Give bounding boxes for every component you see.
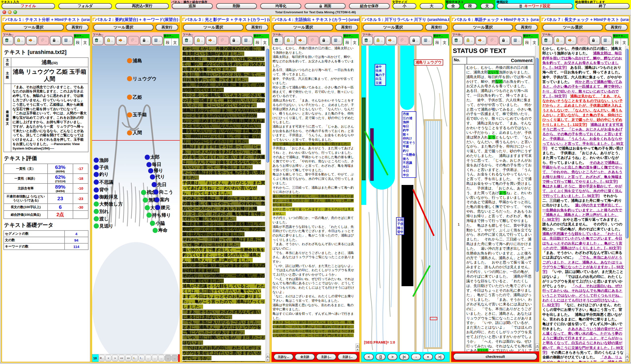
keyword-dot-item[interactable]: 向こう [153,189,173,195]
scroll-up-icon[interactable]: ▲ [625,354,629,358]
rerun-button[interactable]: 再実行 [245,24,268,30]
river-label[interactable]: 散々 [403,132,415,137]
shaded-sentence[interactable]: その代り、いつの間にか、一匹の亀が、舟のそばに来ていました。 [182,273,265,283]
lock-black-tool-button[interactable]: ... [140,36,151,45]
river-label[interactable]: 仰向け [403,136,415,141]
arrow-right-tool-button[interactable]: ... [206,36,217,45]
pager-button[interactable]: ... [152,355,158,361]
highlighted-sentence[interactable]: そこで浦島はお金をやって亀の子を買い受けました。 [273,142,351,146]
river-label[interactable]: 後ろ [403,157,415,161]
layers-tool-button[interactable]: ... [62,36,73,45]
lock-black-tool-button[interactable]: ... [499,36,510,45]
shaded-sentence[interactable]: 亀はさも嬉しそうに、首や手足を動かして、やがて、ぶくぶく泡を立てながら、水の中に… [182,222,265,236]
trash-tool-button[interactable]: ... [452,36,463,45]
trash-tool-button[interactable]: ... [541,36,553,45]
river-label[interactable]: 往来 [376,69,385,73]
subject-filter-button[interactable]: 全主語 [295,354,315,360]
lock-black-tool-button[interactable]: ... [409,36,421,45]
trash-tool-button[interactable]: ... [362,36,373,45]
frame-nav-button[interactable]: - [411,354,421,360]
shaded-sentence[interactable]: 浦島はますます可哀そうに思って、「じゃあ、おじさんがお金をあげるから、その亀の子… [182,144,265,170]
tool-select-button[interactable]: ツール選択 [542,24,603,30]
keyword-dot-item[interactable]: 先日 [152,182,167,188]
keyword-dot-item[interactable]: 寿命 [153,227,168,234]
shaded-sentence[interactable]: むかし、むかし、丹後の国水の江の浦に、浦島太郎という漁師がありました。 [182,46,265,56]
shaded-sentence[interactable]: 遠い沖の方まで漕ぎ出して、一生懸命お魚を釣っていますと、ふと後ろの方で「浦島さん… [182,248,264,262]
river-label[interactable]: 子供 [397,222,403,226]
keyword-dot-item[interactable]: リュウグウ [127,76,157,82]
rerun-button[interactable]: 再実行 [425,24,448,30]
river-label[interactable]: 江の浦 [403,116,415,120]
キーワード設定-button[interactable]: キーワード設定 [497,3,573,9]
keyword-dot-item[interactable]: 腰元 [155,204,170,211]
shaded-sentence[interactable]: 浦島が不思議そうな顔をしていると、「わたくしは、先日助けていただいた亀でございま… [182,284,265,309]
pager-button[interactable]: > [112,355,118,361]
keyword-dot-item[interactable]: 帰り [148,168,163,174]
arrow-right-tool-button[interactable]: ... [386,36,397,45]
keyword-dot-item[interactable]: 浦島 [127,58,142,64]
keyword-dot-item[interactable]: 乙姫 [127,94,142,100]
scroll-up-icon[interactable]: ▲ [356,344,359,348]
keyword-dot-item[interactable]: 背中 [94,187,109,193]
scroll-down-icon[interactable]: ▼ [266,358,270,362]
keyword-dot-item[interactable]: 大勢致し方 [94,201,123,207]
river-label[interactable]: 釣り [403,149,415,153]
river-label[interactable]: 不思議 [403,161,415,165]
sentence[interactable]: 「でも、本当にありがとうございました、ときに、浦島さん、あなたはリュウグウをご覧… [273,251,355,263]
length-flagged-sentence[interactable]: 浦島は見かねて、「まあ、そんなかわいそうなことをするものではない、いい子だから」… [542,94,623,126]
river-label[interactable]: 半分 [403,173,415,177]
sentence[interactable]: 「なに、わけはございません、わたくしの背中にお乗り下さい」亀はこう言って、背中を… [273,294,354,302]
lock-yellow-tool-button[interactable]: ... [104,36,115,45]
flagged-word[interactable]: よう [488,135,495,139]
lock-yellow-tool-button[interactable]: ... [374,36,385,45]
highlighted-sentence[interactable]: おやと思って振り返ってみますと、誰も人のかげは見えません。 [273,207,354,216]
削除-button[interactable]: 削除 [216,3,257,9]
shaded-sentence[interactable]: 「でも、本当にありがとうございました、ときに、浦島さん、あなたはリュウグウをご覧… [182,320,261,335]
keyword-dot-item[interactable]: 人間 [127,130,142,136]
keyword-dot-item[interactable]: 玉手箱 [127,112,147,118]
river-label[interactable]: 毎日 [403,124,415,128]
pager-button[interactable]: << [119,355,125,361]
段-button[interactable]: 段 [463,3,477,9]
keyword-dot-item[interactable]: 見送り [94,223,113,229]
flagged-word[interactable]: など [495,80,503,84]
sentence[interactable]: それから二、三日経って、浦島はまた舟に乗って海へ釣りに出かけました。 [273,186,354,194]
layers-tool-button[interactable]: ... [241,36,253,45]
keyword-dot-item[interactable]: 不思議 [94,179,113,186]
trash-tool-button[interactable]: ... [92,36,104,45]
scroll-down-icon[interactable]: ▼ [535,348,539,352]
river-label[interactable]: 甲羅 [403,144,415,149]
scrollbar-thumb[interactable] [266,49,269,162]
layers-tool-button[interactable]: ... [511,36,522,45]
flagged-word[interactable]: という [488,70,499,74]
frame-nav-button[interactable]: |< [399,354,409,360]
shaded-sentence[interactable]: 「まあ、そうかい、わざわざ礼なんぞ言いに来るには及ばないのに」 [182,310,261,319]
river-label[interactable]: 丹後 [403,112,415,116]
lock-yellow-tool-button[interactable]: ... [554,36,565,45]
river-label[interactable]: 帰り [397,226,403,230]
arrow-right-tool-button[interactable]: ... [475,36,487,45]
pager-button[interactable]: ... [158,355,164,361]
pager-button[interactable]: ... [165,355,171,361]
keyword-dot-item[interactable]: 釣り [94,171,109,178]
trash-tool-button[interactable]: ... [272,36,283,45]
tool-select-button[interactable]: ツール選択 [363,24,423,30]
shaded-sentence[interactable]: そこで浦島はお金をやって亀の子を買い受けました。 [182,170,265,180]
shaded-sentence[interactable]: ある日、浦島はいつものとおり海へ出て、一日お魚を釣って、帰ってきました。 [182,72,265,82]
flagged-word[interactable]: という [477,348,488,352]
shaded-sentence[interactable]: 浦島太郎は、毎日釣竿を担いでは海へ出かけて、鯛や、鰹などのお魚を釣って、お父さん… [182,57,265,72]
scroll-down-icon[interactable]: ▼ [356,348,359,352]
layers-tool-button[interactable]: ... [421,36,432,45]
river-label[interactable]: 途中 [376,65,385,69]
tool-select-button[interactable]: ツール選択 [93,24,154,30]
pager-button[interactable]: R... [99,355,105,361]
river-label[interactable]: 背中 [397,230,403,234]
pager-button[interactable]: >> [125,355,131,361]
shaded-sentence[interactable]: 「へえ、それは面白いね、ぜひ行ってみたいね、それはなんでも海の底にあるということ… [182,361,265,362]
pager-button[interactable]: ... [172,355,178,361]
scrollbar-thumb[interactable] [625,49,628,238]
subject-filter-button[interactable]: 主語 (... [316,354,336,360]
sentence[interactable]: 「いや、話には聞いているが、まだ見たことはないよ」 [273,264,354,268]
pager-button[interactable]: ... [145,355,151,361]
layers-tool-button[interactable]: ... [601,36,612,45]
